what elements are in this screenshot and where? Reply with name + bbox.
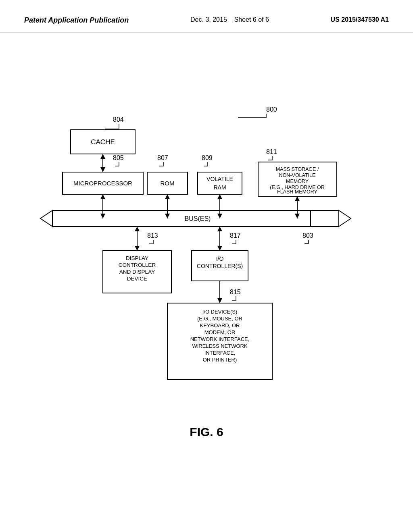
arrow-down-rom xyxy=(165,214,170,218)
volatile-label2: RAM xyxy=(213,184,226,191)
arrow-down-io xyxy=(217,246,222,251)
arrow-down-mass xyxy=(295,214,300,218)
sheet-info: Dec. 3, 2015 Sheet 6 of 6 xyxy=(190,16,269,23)
ref-813: 813 xyxy=(147,232,158,239)
bus-label: BUS(ES) xyxy=(185,215,211,222)
arrow-up-mass xyxy=(295,196,300,201)
ref-815-line xyxy=(232,296,236,300)
arrow-up-micro xyxy=(100,194,105,199)
arrow-up-vram xyxy=(217,194,222,199)
ref-811: 811 xyxy=(266,148,277,155)
mass-label3: MEMORY xyxy=(286,179,309,184)
io-dev-label2: (E.G., MOUSE, OR xyxy=(197,316,242,322)
io-dev-label4: MODEM, OR xyxy=(204,329,236,335)
ref-803: 803 xyxy=(302,232,313,239)
io-ctrl-label1: I/O xyxy=(216,256,224,262)
circuit-diagram: 800 804 CACHE 805 MICROPROCESSOR 807 ROM… xyxy=(0,33,413,497)
ref-800: 800 xyxy=(266,106,277,113)
arrow-up-cache xyxy=(100,154,105,159)
ref-813-line xyxy=(149,240,153,244)
ref-809: 809 xyxy=(202,154,213,161)
io-ctrl-label2: CONTROLLER(S) xyxy=(197,263,243,269)
publication-date: Dec. 3, 2015 xyxy=(190,16,227,23)
io-dev-label3: KEYBOARD, OR xyxy=(200,322,240,328)
bus-right-arrow xyxy=(339,210,351,227)
arrow-up-rom xyxy=(165,194,170,199)
rom-label: ROM xyxy=(161,180,175,187)
ref-817: 817 xyxy=(230,232,241,239)
publication-title: Patent Application Publication xyxy=(24,16,129,25)
figure-label: FIG. 6 xyxy=(190,425,223,438)
display-label3: AND DISPLAY xyxy=(119,269,155,275)
io-dev-label1: I/O DEVICE(S) xyxy=(202,309,238,315)
ref-804-line xyxy=(105,124,119,129)
microprocessor-label: MICROPROCESSOR xyxy=(73,180,132,187)
arrow-down-cache xyxy=(100,167,105,172)
io-dev-label7: INTERFACE, xyxy=(204,350,236,356)
display-label2: CONTROLLER xyxy=(119,262,156,268)
mass-label5: FLASH MEMORY xyxy=(277,189,317,195)
volatile-label1: VOLATILE xyxy=(206,176,233,182)
display-label4: DEVICE xyxy=(127,276,147,282)
patent-number: US 2015/347530 A1 xyxy=(331,16,389,23)
ref-800-line xyxy=(238,114,266,118)
bus-body xyxy=(52,210,311,227)
sheet-number: Sheet 6 of 6 xyxy=(234,16,269,23)
ref-807-line xyxy=(159,162,163,166)
arrow-up-io xyxy=(217,227,222,231)
arrow-down-display xyxy=(135,246,140,251)
arrow-down-io-device xyxy=(217,298,222,303)
ref-809-line xyxy=(204,162,208,166)
ref-803-line xyxy=(305,240,309,243)
io-dev-label6: WIRELESS NETWORK xyxy=(192,343,248,349)
ref-811-line xyxy=(268,156,272,160)
ref-805: 805 xyxy=(113,154,124,161)
ref-804: 804 xyxy=(113,116,124,123)
arrow-down-vram xyxy=(217,214,222,218)
diagram-area: 800 804 CACHE 805 MICROPROCESSOR 807 ROM… xyxy=(0,33,413,497)
arrow-down-micro xyxy=(100,214,105,218)
mass-label1: MASS STORAGE / xyxy=(276,166,319,172)
cache-label: CACHE xyxy=(91,138,115,146)
io-dev-label8: OR PRINTER) xyxy=(203,357,237,363)
page-header: Patent Application Publication Dec. 3, 2… xyxy=(0,0,413,33)
bus-left-arrow xyxy=(40,210,52,227)
io-dev-label5: NETWORK INTERFACE, xyxy=(190,336,250,342)
display-label1: DISPLAY xyxy=(126,255,148,261)
ref-817-line xyxy=(232,240,236,244)
ref-805-line xyxy=(115,162,119,166)
ref-815: 815 xyxy=(230,289,241,295)
ref-807: 807 xyxy=(157,154,168,161)
mass-label2: NON-VOLATILE xyxy=(279,172,316,178)
arrow-up-display xyxy=(135,227,140,231)
